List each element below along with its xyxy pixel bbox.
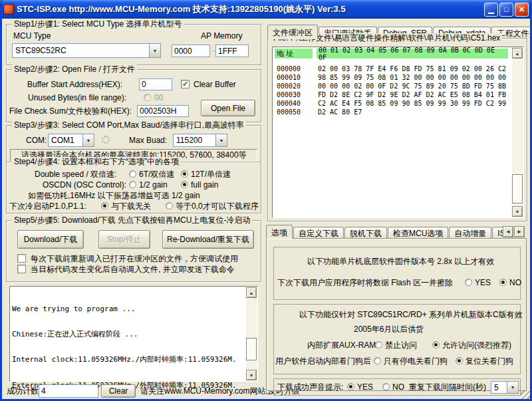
watchdog-poweroff-radio[interactable] xyxy=(374,357,381,364)
double-speed-12t-label: 12T/单倍速 xyxy=(191,170,231,179)
sound-no-label: NO xyxy=(392,382,404,392)
sound-no-radio[interactable] xyxy=(382,383,390,390)
step5-legend: Step5/步骤5: Download/下载 先点下载按钮再MCU上电复位-冷启… xyxy=(12,215,252,225)
hex-scrollbar-thumb[interactable] xyxy=(512,174,523,203)
cold-boot-label: 下次冷启动P1.0,P1.1: xyxy=(9,201,86,211)
hex-addr: 000040 xyxy=(277,99,301,108)
checksum-field[interactable]: 0002503H xyxy=(137,105,189,117)
cold-boot-zero-label: 等于0,0才可以下载程序 xyxy=(176,201,259,211)
flash-erase-label: 下次下载用户应用程序时将数据 Flash 区一并擦除 xyxy=(277,278,453,287)
log-line: Internal clock:11.059326MHz./内部时钟频率:11.0… xyxy=(12,356,245,364)
log-scrollbar[interactable]: ▲ ▼ xyxy=(246,287,257,380)
interval-value: 5 xyxy=(491,382,507,393)
double-speed-6t-radio[interactable] xyxy=(129,170,136,178)
max-baud-select[interactable]: 115200 ▼ xyxy=(173,134,227,147)
auxram-enable-radio[interactable] xyxy=(432,341,440,348)
buffer-start-label: Buffer Start Address(HEX): xyxy=(27,80,122,89)
ap-memory-start-field[interactable]: 0000 xyxy=(172,45,210,57)
log-scrollbar-thumb[interactable] xyxy=(246,338,257,360)
buffer-start-field[interactable]: 0 xyxy=(139,78,172,90)
stop-button: Stop/停止 xyxy=(98,230,150,249)
auto-reload-checkbox[interactable] xyxy=(17,265,26,273)
watchdog-reset-radio[interactable] xyxy=(456,357,463,364)
double-speed-12t-radio[interactable] xyxy=(181,170,188,178)
close-icon[interactable]: ✕ xyxy=(515,3,529,17)
auxram-disable-radio[interactable] xyxy=(375,341,382,348)
reload-before-download-checkbox[interactable] xyxy=(17,254,26,263)
download-button[interactable]: Download/下载 xyxy=(17,230,84,249)
unused-bytes-radio xyxy=(144,94,151,101)
hex-addr: 000000 xyxy=(277,65,301,73)
step2-group: Step2/步骤2: Open File / 打开文件 Buffer Start… xyxy=(6,69,261,122)
chevron-down-icon[interactable]: ▼ xyxy=(215,134,227,146)
sound-yes-radio[interactable] xyxy=(347,383,354,390)
max-baud-value: 115200 xyxy=(174,134,215,146)
step1-legend: Step1/步骤1: Select MCU Type 选择单片机型号 xyxy=(12,19,184,29)
log-line: We are trying to program ... xyxy=(12,305,245,314)
maximize-icon[interactable]: □ xyxy=(499,3,513,17)
title-bar[interactable]: STC-ISP.exe http://www.MCU-Memory.com 技术… xyxy=(0,0,532,19)
firmware-version-note: 以下功能单片机底层软件固件版本号 2.8x 以上才有效 xyxy=(307,257,494,266)
sound-yes-label: YES xyxy=(357,382,373,392)
scroll-up-icon[interactable]: ▲ xyxy=(246,287,257,298)
scroll-down-icon[interactable]: ▼ xyxy=(512,206,523,217)
tab-auto-increment[interactable]: 自动增量 xyxy=(449,227,491,239)
log-textarea[interactable]: We are trying to program ... Chinese:正在进… xyxy=(9,286,258,382)
sound-interval-group: 下载成功声音提示: YES NO 重复下载间隔时间(秒) 5 ▼ xyxy=(273,378,521,396)
redownload-button[interactable]: Re-Download/重复下载 xyxy=(162,230,254,249)
ap-memory-end-field[interactable]: 1FFF xyxy=(215,45,249,57)
oscdn-full-gain-label: full gain xyxy=(191,180,218,190)
flash-erase-yes-label: YES xyxy=(475,278,491,287)
tab-check-mcu-options[interactable]: 检查MCU选项 xyxy=(388,227,448,239)
file-group: File: F:\工作文件\易语言硬件操作精解\软件\单片机\代码\C51.he… xyxy=(267,38,527,221)
oscdn-label: OSCDN (OSC Control): xyxy=(43,180,126,190)
hex-bytes: C2 AC E4 F5 08 85 09 90 85 09 99 30 99 F… xyxy=(318,99,506,108)
hex-addr: 000010 xyxy=(277,73,301,82)
chevron-down-icon[interactable]: ▼ xyxy=(82,134,94,146)
checksum-label: File Check Sum/文件校验和(HEX): xyxy=(9,106,132,116)
cold-boot-any-radio[interactable] xyxy=(101,202,108,209)
open-file-button[interactable]: Open File xyxy=(201,100,255,116)
cold-boot-any-label: 与下载无关 xyxy=(111,201,151,211)
flash-erase-group: 以下功能单片机底层软件固件版本号 2.8x 以上才有效 下次下载用户应用程序时将… xyxy=(273,247,521,300)
flash-erase-yes-radio[interactable] xyxy=(465,279,472,286)
com-port-select[interactable]: COM1 ▼ xyxy=(48,134,94,147)
chevron-down-icon[interactable]: ▼ xyxy=(149,44,160,57)
hex-scrollbar[interactable]: ▲ ▼ xyxy=(512,48,523,217)
interval-select[interactable]: 5 ▼ xyxy=(491,381,519,394)
mcu-type-value: STC89C52RC xyxy=(13,44,149,57)
clear-count-button[interactable]: Clear xyxy=(101,384,136,398)
tab-custom-download[interactable]: 自定义下载 xyxy=(293,227,344,239)
hex-bytes: 98 85 99 09 75 08 01 32 00 00 00 00 00 0… xyxy=(318,73,506,82)
tab-file-buffer[interactable]: 文件缓冲区 xyxy=(267,25,318,39)
hex-addr: 000020 xyxy=(277,82,301,90)
resize-grip[interactable] xyxy=(521,390,530,399)
clear-buffer-checkbox[interactable]: ✓ xyxy=(181,80,190,88)
flash-erase-no-label: NO xyxy=(509,278,521,287)
scroll-up-icon[interactable]: ▲ xyxy=(512,48,523,59)
cold-boot-zero-radio[interactable] xyxy=(166,202,173,209)
rc-rd-options-group: 以下功能仅针对 STC89C51RC/RD+ 系列单片机新版本C版有效 2005… xyxy=(273,304,521,374)
chevron-down-icon[interactable]: ▼ xyxy=(507,382,518,393)
mcu-type-select[interactable]: STC89C52RC ▼ xyxy=(12,43,161,58)
hex-header-address: 地 址 xyxy=(275,49,313,59)
auxram-label: 内部扩展AUX-RAM: xyxy=(307,340,378,350)
minimize-icon[interactable]: ▁ xyxy=(484,3,498,17)
flash-erase-no-radio[interactable] xyxy=(499,279,507,286)
oscdn-half-gain-radio[interactable] xyxy=(129,181,136,188)
gain-hint-text: 如需低功耗,16MHz 以下振荡器增益可选 1/2 gain xyxy=(28,191,200,200)
auto-reload-label: 当目标代码发生变化后自动调入文件, 并立即发送下载命令 xyxy=(31,265,235,274)
step4-group: Step4/步骤4: 设置本框和右下方“选项”中的各项 Double speed… xyxy=(6,162,261,213)
tab-options[interactable]: 选项 xyxy=(266,225,293,239)
tab-scroll-right-icon[interactable]: ► xyxy=(514,226,525,237)
tab-offline-download[interactable]: 脱机下载 xyxy=(344,227,387,239)
auxram-enable-label: 允许访问(强烈推荐) xyxy=(442,340,511,350)
hex-addr: 000030 xyxy=(277,90,301,99)
double-speed-6t-label: 6T/双倍速 xyxy=(139,170,174,179)
success-count-field[interactable]: 4 xyxy=(39,384,98,398)
scroll-down-icon[interactable]: ▼ xyxy=(246,370,257,380)
oscdn-full-gain-radio[interactable] xyxy=(181,181,188,188)
tab-scroll-left-icon[interactable]: ◄ xyxy=(503,226,513,237)
app-window: STC-ISP.exe http://www.MCU-Memory.com 技术… xyxy=(0,0,532,401)
interval-label: 重复下载间隔时间(秒) xyxy=(409,382,486,392)
